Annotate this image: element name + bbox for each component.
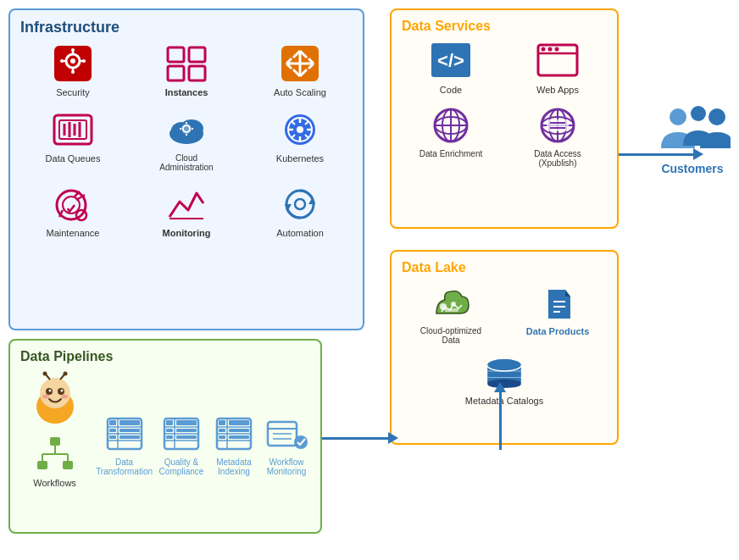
- infrastructure-title: Infrastructure: [20, 19, 353, 36]
- kubernetes-label: Kubernetes: [276, 153, 324, 164]
- metaindex-icon: [210, 413, 258, 454]
- dataproducts-icon: [534, 282, 581, 323]
- code-item: </> Code: [402, 41, 500, 95]
- qualitycomp-item: Quality &Compliance: [158, 413, 205, 476]
- svg-rect-12: [189, 47, 205, 62]
- qualitycomp-icon: [158, 413, 205, 454]
- svg-point-10: [82, 59, 86, 63]
- dataenrichment-item: Data Enrichment: [402, 105, 500, 168]
- qualitycomp-label: Quality &Compliance: [159, 457, 204, 476]
- monitoring-item: Monitoring: [134, 184, 239, 238]
- webapps-label: Web Apps: [536, 85, 579, 95]
- svg-rect-82: [547, 119, 569, 131]
- workflowmon-label: WorkflowMonitoring: [267, 457, 307, 476]
- svg-rect-148: [229, 435, 249, 439]
- data-pipelines-title: Data Pipelines: [20, 349, 310, 364]
- monitoring-label: Monitoring: [163, 228, 211, 238]
- dataproducts-item: Data Products: [508, 282, 607, 345]
- svg-point-101: [48, 390, 51, 392]
- svg-point-64: [295, 199, 305, 209]
- svg-point-104: [61, 395, 68, 399]
- svg-point-9: [60, 59, 64, 63]
- dataaccess-icon: [534, 105, 581, 146]
- metaindex-item: MetadataIndexing: [210, 413, 258, 476]
- maintenance-item: Maintenance: [20, 184, 125, 238]
- svg-rect-122: [119, 420, 140, 425]
- dataaccess-label: Data Access(Xpublish): [534, 149, 581, 168]
- workflowmon-icon: [263, 413, 310, 454]
- kubernetes-item: Kubernetes: [247, 109, 353, 172]
- dataqueues-item: Data Queues: [20, 109, 125, 172]
- maintenance-icon: [49, 184, 97, 225]
- svg-point-98: [40, 378, 70, 408]
- svg-rect-147: [219, 435, 225, 439]
- customers-box: Customers: [654, 102, 731, 175]
- svg-rect-13: [168, 66, 184, 80]
- instances-icon: [163, 43, 210, 84]
- svg-point-103: [42, 395, 49, 399]
- webapps-item: Web Apps: [508, 41, 607, 95]
- mascot: [25, 371, 85, 430]
- svg-rect-121: [109, 420, 116, 425]
- infrastructure-box: Infrastructure Security: [8, 8, 364, 330]
- dataqueues-label: Data Queues: [46, 153, 101, 164]
- instances-item: Instances: [134, 43, 239, 97]
- datatransform-icon: [101, 413, 148, 454]
- svg-rect-126: [119, 435, 140, 439]
- svg-rect-124: [119, 429, 140, 432]
- automation-item: Automation: [247, 184, 353, 238]
- svg-rect-146: [229, 429, 249, 432]
- svg-rect-145: [219, 429, 225, 432]
- dataproducts-label: Data Products: [526, 326, 590, 336]
- svg-rect-109: [50, 437, 60, 446]
- svg-point-70: [548, 47, 553, 52]
- ds-grid: </> Code Web Apps: [402, 41, 607, 168]
- kubernetes-icon: [276, 109, 324, 150]
- cloudadmin-label: CloudAdministration: [159, 153, 213, 172]
- svg-text:</>: </>: [437, 50, 464, 71]
- data-lake-title: Data Lake: [402, 260, 607, 275]
- svg-rect-133: [176, 420, 197, 425]
- data-pipelines-box: Data Pipelines: [8, 339, 322, 534]
- svg-line-107: [60, 374, 64, 380]
- svg-rect-110: [37, 461, 47, 469]
- workflows-item: Workflows: [31, 434, 79, 488]
- clouddata-icon: [427, 282, 475, 323]
- svg-rect-132: [166, 420, 173, 425]
- svg-rect-143: [219, 420, 225, 425]
- code-icon: </>: [427, 41, 475, 81]
- svg-rect-135: [176, 429, 197, 432]
- svg-point-71: [555, 47, 559, 52]
- svg-point-153: [294, 435, 308, 449]
- dataqueues-icon: [49, 109, 97, 150]
- security-label: Security: [56, 87, 90, 97]
- data-services-box: Data Services </> Code: [390, 8, 619, 229]
- dl-grid: Cloud-optimizedData Data Products: [402, 282, 607, 345]
- security-item: Security: [20, 43, 125, 97]
- svg-point-108: [63, 372, 67, 376]
- svg-point-156: [708, 108, 725, 125]
- svg-rect-123: [109, 429, 116, 432]
- svg-rect-14: [189, 66, 205, 80]
- svg-rect-11: [168, 47, 184, 62]
- arrow-pipelines-lake: [322, 432, 398, 444]
- svg-rect-144: [229, 420, 249, 425]
- workflows-label: Workflows: [33, 478, 76, 488]
- svg-point-8: [71, 70, 75, 74]
- webapps-icon: [534, 41, 581, 81]
- svg-point-7: [71, 48, 75, 52]
- security-icon: [49, 43, 97, 84]
- arrow-services-customers: [619, 148, 703, 160]
- svg-point-154: [670, 108, 686, 125]
- svg-rect-125: [109, 435, 116, 439]
- code-label: Code: [440, 85, 462, 95]
- workflowmon-item: WorkflowMonitoring: [263, 413, 310, 476]
- svg-rect-111: [63, 461, 73, 469]
- autoscaling-icon: [276, 43, 324, 84]
- cloudadmin-icon: [163, 109, 210, 150]
- svg-point-6: [70, 58, 75, 64]
- clouddata-label: Cloud-optimizedData: [420, 326, 481, 345]
- automation-icon: [276, 184, 324, 225]
- svg-point-102: [60, 390, 63, 392]
- monitoring-icon: [163, 184, 210, 225]
